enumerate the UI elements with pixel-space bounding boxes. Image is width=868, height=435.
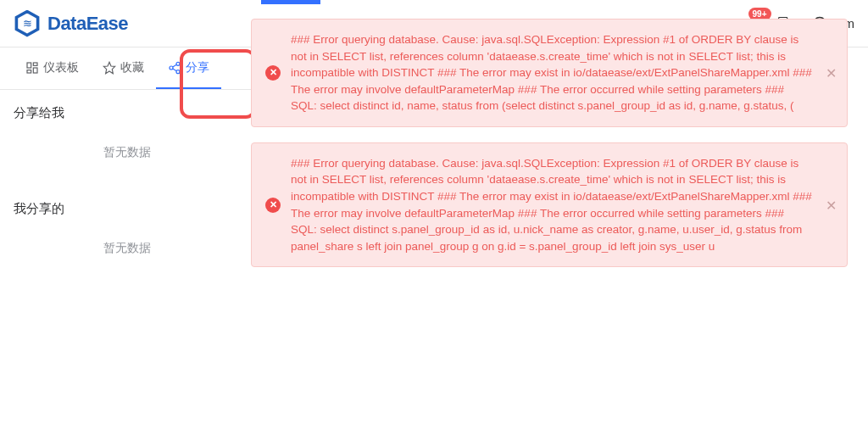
dashboard-icon (25, 61, 39, 75)
tab-dashboard[interactable]: 仪表板 (14, 47, 91, 89)
section-my-shares-title[interactable]: 我分享的 (0, 186, 254, 226)
tab-share-label: 分享 (186, 60, 209, 75)
tab-dashboard-label: 仪表板 (43, 60, 79, 75)
tab-favorites[interactable]: 收藏 (91, 47, 156, 89)
error-toast: ✕ ### Error querying database. Cause: ja… (251, 19, 848, 127)
share-icon (168, 61, 181, 75)
tab-favorites-label: 收藏 (120, 60, 144, 75)
error-icon: ✕ (265, 65, 281, 81)
svg-point-11 (176, 62, 180, 65)
svg-rect-6 (27, 63, 31, 68)
section-shared-to-me-title[interactable]: 分享给我 (0, 90, 254, 130)
toasts-area: ✕ ### Error querying database. Cause: ja… (251, 19, 848, 282)
error-icon: ✕ (265, 198, 281, 213)
svg-line-15 (173, 69, 177, 71)
star-icon (103, 61, 116, 75)
svg-rect-8 (33, 68, 37, 73)
svg-rect-9 (27, 70, 31, 72)
svg-point-13 (176, 70, 180, 73)
top-nav-active-indicator (261, 0, 320, 4)
shared-to-me-empty: 暂无数据 (0, 130, 254, 186)
left-panel: 仪表板 收藏 分享 分享给我 暂无数据 我分享的 暂无数据 (0, 47, 254, 282)
svg-rect-7 (33, 63, 37, 65)
close-icon[interactable]: ✕ (826, 64, 837, 81)
close-icon[interactable]: ✕ (826, 197, 837, 213)
left-tabs: 仪表板 收藏 分享 (0, 47, 254, 90)
logo-icon: ≋ (14, 10, 41, 37)
svg-line-14 (173, 64, 177, 67)
brand-text: DataEase (47, 13, 128, 35)
svg-marker-10 (103, 62, 114, 73)
svg-point-12 (170, 66, 173, 70)
error-message: ### Error querying database. Cause: java… (291, 31, 813, 114)
error-toast: ✕ ### Error querying database. Cause: ja… (251, 142, 848, 267)
my-shares-empty: 暂无数据 (0, 226, 254, 282)
brand-logo[interactable]: ≋ DataEase (14, 10, 128, 37)
error-message: ### Error querying database. Cause: java… (291, 155, 813, 254)
tab-share[interactable]: 分享 (156, 47, 221, 89)
